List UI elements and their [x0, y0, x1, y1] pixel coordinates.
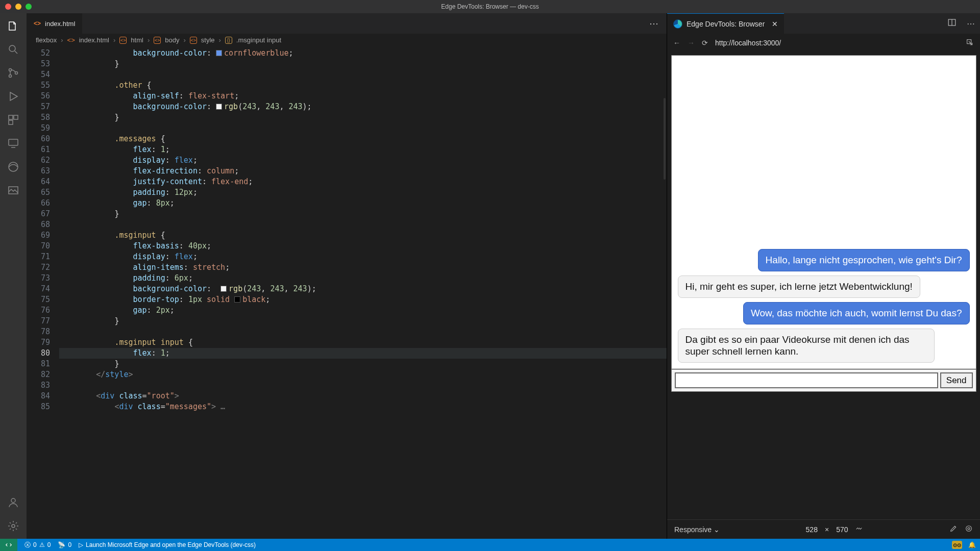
- editor-more-actions-button[interactable]: ⋯: [642, 18, 667, 29]
- copilot-icon[interactable]: ⊙⊙: [952, 541, 962, 549]
- remote-explorer-icon[interactable]: [7, 137, 20, 150]
- split-editor-icon[interactable]: [942, 18, 962, 29]
- svg-point-10: [11, 498, 15, 503]
- extensions-icon[interactable]: [7, 113, 20, 127]
- devtools-tab-label: Edge DevTools: Browser: [687, 20, 765, 28]
- breadcrumb-selector[interactable]: .msginput input: [236, 36, 281, 44]
- chat-text-input[interactable]: [675, 372, 938, 388]
- ports-indicator[interactable]: 📡0: [58, 541, 71, 548]
- symbol-element-icon: <>: [190, 37, 197, 44]
- gallery-icon[interactable]: [7, 184, 20, 197]
- browser-toolbar: ← → ⟳ http://localhost:3000/: [667, 34, 980, 52]
- symbol-rule-icon: {}: [225, 37, 232, 44]
- viewport-sep: ×: [825, 525, 829, 534]
- window-titlebar: Edge DevTools: Browser — dev-css: [0, 0, 980, 13]
- svg-point-1: [9, 69, 12, 71]
- chat-message: Hi, mir geht es super, ich lerne jetzt W…: [678, 276, 920, 298]
- editor-tab-index-html[interactable]: <> index.html: [27, 13, 83, 34]
- window-title: Edge DevTools: Browser — dev-css: [441, 3, 538, 10]
- edge-tools-icon[interactable]: [7, 160, 20, 173]
- explorer-icon[interactable]: [7, 19, 20, 33]
- svg-point-2: [9, 75, 12, 78]
- svg-point-0: [9, 45, 15, 52]
- editor-tab-label: index.html: [45, 20, 75, 28]
- svg-rect-5: [14, 115, 18, 119]
- ports-count: 0: [68, 541, 71, 548]
- symbol-element-icon: <>: [154, 37, 161, 44]
- remote-indicator[interactable]: [0, 539, 17, 551]
- send-button[interactable]: Send: [940, 372, 973, 388]
- line-number-gutter: 5253545556575859606162636465666768697071…: [27, 48, 59, 412]
- panel-more-icon[interactable]: ⋯: [962, 19, 980, 29]
- debug-icon: ▷: [79, 541, 83, 548]
- svg-point-11: [12, 524, 15, 528]
- nav-forward-icon[interactable]: →: [688, 39, 695, 47]
- reload-icon[interactable]: ⟳: [702, 39, 708, 47]
- run-debug-icon[interactable]: [7, 90, 20, 103]
- search-icon[interactable]: [7, 43, 20, 56]
- breadcrumb-folder[interactable]: flexbox: [36, 36, 57, 44]
- chevron-down-icon: ⌄: [714, 525, 720, 534]
- chat-messages: Hallo, lange nicht gesprochen, wie geht'…: [672, 56, 976, 369]
- error-count: 0: [33, 541, 37, 548]
- viewport-width[interactable]: 528: [806, 525, 818, 534]
- source-control-icon[interactable]: [7, 66, 20, 80]
- breadcrumb-style[interactable]: style: [201, 36, 215, 44]
- device-dropdown[interactable]: Responsive ⌄: [674, 525, 720, 534]
- chat-message: Hallo, lange nicht gesprochen, wie geht'…: [758, 249, 970, 271]
- status-bar: ⓧ0 ⚠0 📡0 ▷ Launch Microsoft Edge and ope…: [0, 539, 980, 551]
- html-file-icon: <>: [67, 36, 75, 44]
- chat-input-bar: Send: [672, 369, 976, 391]
- target-icon[interactable]: [965, 524, 973, 534]
- settings-gear-icon[interactable]: [7, 519, 20, 533]
- svg-rect-6: [9, 120, 13, 124]
- open-external-icon[interactable]: [966, 38, 974, 48]
- devtools-tab[interactable]: Edge DevTools: Browser ✕: [667, 13, 784, 34]
- svg-rect-7: [9, 139, 18, 145]
- window-zoom-button[interactable]: [26, 4, 32, 10]
- edge-browser-icon: [673, 19, 682, 29]
- activity-bar: [0, 13, 27, 539]
- responsive-toolbar: Responsive ⌄ 528 × 570: [667, 519, 980, 539]
- close-tab-icon[interactable]: ✕: [772, 20, 778, 28]
- error-icon: ⓧ: [24, 541, 31, 549]
- problems-indicator[interactable]: ⓧ0 ⚠0: [24, 541, 51, 549]
- editor-pane: <> index.html ⋯ flexbox› <> index.html› …: [27, 13, 667, 539]
- notifications-icon[interactable]: 🔔: [968, 541, 976, 548]
- svg-point-3: [15, 72, 18, 74]
- rotate-icon[interactable]: [855, 524, 863, 534]
- symbol-element-icon: <>: [119, 37, 127, 44]
- chat-message: Da gibt es so ein paar Videokurse mit de…: [678, 329, 935, 363]
- task-label: Launch Microsoft Edge and open the Edge …: [86, 541, 256, 548]
- breadcrumbs[interactable]: flexbox› <> index.html› <> html› <> body…: [27, 34, 667, 47]
- warning-icon: ⚠: [39, 541, 45, 548]
- breadcrumb-file[interactable]: index.html: [79, 36, 109, 44]
- responsive-viewport[interactable]: Hallo, lange nicht gesprochen, wie geht'…: [671, 55, 976, 392]
- devtools-browser-pane: Edge DevTools: Browser ✕ ⋯ ← → ⟳ http://…: [667, 13, 980, 539]
- svg-rect-4: [9, 115, 13, 119]
- accounts-icon[interactable]: [7, 496, 20, 509]
- svg-point-14: [966, 526, 972, 532]
- minimap-scrollbar[interactable]: [664, 98, 666, 180]
- window-minimize-button[interactable]: [15, 4, 21, 10]
- code-editor[interactable]: 5253545556575859606162636465666768697071…: [27, 47, 667, 539]
- address-bar[interactable]: http://localhost:3000/: [715, 39, 959, 47]
- svg-point-15: [968, 528, 970, 530]
- svg-point-8: [9, 162, 18, 171]
- chat-message: Wow, das möchte ich auch, womit lernst D…: [743, 302, 970, 324]
- warning-count: 0: [47, 541, 51, 548]
- window-close-button[interactable]: [5, 4, 11, 10]
- breadcrumb-body[interactable]: body: [165, 36, 179, 44]
- task-status[interactable]: ▷ Launch Microsoft Edge and open the Edg…: [79, 541, 256, 548]
- nav-back-icon[interactable]: ←: [673, 39, 680, 47]
- breadcrumb-html[interactable]: html: [131, 36, 143, 44]
- edit-icon[interactable]: [949, 524, 958, 534]
- radio-tower-icon: 📡: [58, 541, 65, 548]
- editor-tab-row: <> index.html ⋯: [27, 13, 667, 34]
- html-file-icon: <>: [34, 20, 41, 27]
- viewport-height[interactable]: 570: [836, 525, 848, 534]
